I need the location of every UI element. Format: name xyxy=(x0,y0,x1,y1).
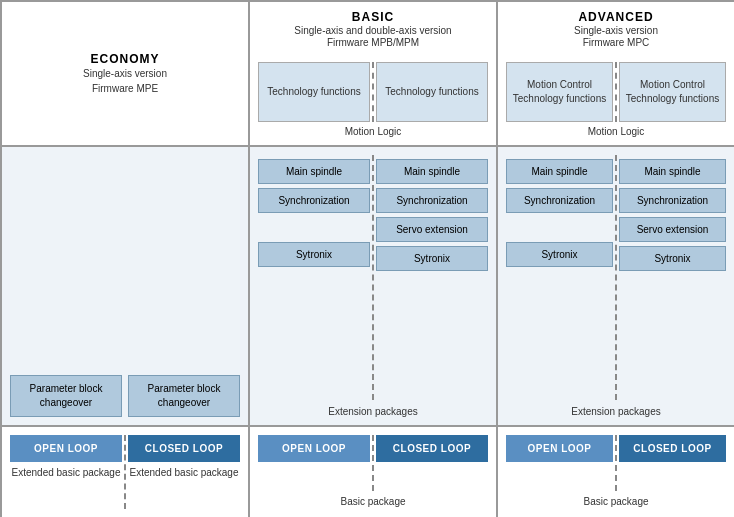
basic-mid: Main spindle Synchronization Servo exten… xyxy=(249,146,497,426)
economy-bottom-cols: OPEN LOOP Extended basic package CLOSED … xyxy=(10,435,240,509)
advanced-main-spindle-2: Main spindle xyxy=(619,159,726,184)
economy-param-col-2: Parameter block changeover xyxy=(128,375,240,417)
basic-main-spindle-2: Main spindle xyxy=(376,159,488,184)
economy-open-pkg: Extended basic package xyxy=(12,466,121,480)
advanced-bottom-cols: OPEN LOOP CLOSED LOOP xyxy=(506,435,726,491)
economy-header: ECONOMY Single-axis version Firmware MPE xyxy=(1,1,249,146)
economy-closed-col: CLOSED LOOP Extended basic package xyxy=(128,435,240,509)
advanced-motion-logic: Motion Logic xyxy=(588,126,645,137)
advanced-main-spindle-1: Main spindle xyxy=(506,159,613,184)
advanced-open-col: OPEN LOOP xyxy=(506,435,613,491)
economy-open-col: OPEN LOOP Extended basic package xyxy=(10,435,122,509)
basic-servo: Servo extension xyxy=(376,217,488,242)
advanced-subtitle: Single-axis version Firmware MPC xyxy=(574,25,658,48)
advanced-title: ADVANCED xyxy=(578,10,653,24)
economy-param-box-1: Parameter block changeover xyxy=(10,375,122,417)
basic-title: BASIC xyxy=(352,10,394,24)
main-grid: ECONOMY Single-axis version Firmware MPE… xyxy=(0,0,734,517)
basic-bottom-dashed xyxy=(372,435,374,491)
basic-mid-dashed xyxy=(372,155,374,400)
advanced-tech-box-1: Motion Control Technology functions xyxy=(506,62,613,122)
basic-ext-packages: Extension packages xyxy=(328,406,418,417)
economy-mid: Parameter block changeover Parameter blo… xyxy=(1,146,249,426)
economy-open-loop: OPEN LOOP xyxy=(10,435,122,462)
basic-mid-col-1: Main spindle Synchronization Servo exten… xyxy=(258,159,370,400)
economy-subtitle: Single-axis version Firmware MPE xyxy=(83,66,167,96)
basic-header: BASIC Single-axis and double-axis versio… xyxy=(249,1,497,146)
economy-title: ECONOMY xyxy=(90,52,159,66)
advanced-sytronix-2: Sytronix xyxy=(619,246,726,271)
basic-pkg-label: Basic package xyxy=(340,495,405,509)
advanced-header: ADVANCED Single-axis version Firmware MP… xyxy=(497,1,734,146)
basic-bottom-cols: OPEN LOOP CLOSED LOOP xyxy=(258,435,488,491)
advanced-sync-1: Synchronization xyxy=(506,188,613,213)
basic-dashed-divider xyxy=(372,62,374,122)
advanced-dashed-divider xyxy=(615,62,617,122)
advanced-mid-inner: Main spindle Synchronization Servo exten… xyxy=(506,155,726,400)
advanced-open-loop: OPEN LOOP xyxy=(506,435,613,462)
economy-closed-loop: CLOSED LOOP xyxy=(128,435,240,462)
advanced-top-text: ADVANCED Single-axis version Firmware MP… xyxy=(574,10,658,48)
economy-closed-pkg: Extended basic package xyxy=(130,466,239,480)
advanced-ext-packages: Extension packages xyxy=(571,406,661,417)
basic-sync-2: Synchronization xyxy=(376,188,488,213)
advanced-closed-loop: CLOSED LOOP xyxy=(619,435,726,462)
advanced-mid: Main spindle Synchronization Servo exten… xyxy=(497,146,734,426)
advanced-sytronix-1: Sytronix xyxy=(506,242,613,267)
basic-sytronix-1: Sytronix xyxy=(258,242,370,267)
advanced-mid-dashed xyxy=(615,155,617,400)
basic-top-text: BASIC Single-axis and double-axis versio… xyxy=(294,10,451,48)
advanced-closed-col: CLOSED LOOP xyxy=(619,435,726,491)
basic-mid-col-2: Main spindle Synchronization Servo exten… xyxy=(376,159,488,400)
basic-open-loop: OPEN LOOP xyxy=(258,435,370,462)
advanced-servo: Servo extension xyxy=(619,217,726,242)
basic-tech-box-1: Technology functions xyxy=(258,62,370,122)
economy-mid-inner: Parameter block changeover Parameter blo… xyxy=(10,375,240,417)
basic-open-col: OPEN LOOP xyxy=(258,435,370,491)
basic-motion-logic: Motion Logic xyxy=(345,126,402,137)
basic-tech-boxes: Technology functions Technology function… xyxy=(258,62,488,122)
economy-bottom-dashed xyxy=(124,435,126,509)
basic-subtitle: Single-axis and double-axis version Firm… xyxy=(294,25,451,48)
basic-mid-inner: Main spindle Synchronization Servo exten… xyxy=(258,155,488,400)
basic-sytronix-2: Sytronix xyxy=(376,246,488,271)
economy-param-box-2: Parameter block changeover xyxy=(128,375,240,417)
advanced-bottom-dashed xyxy=(615,435,617,491)
basic-closed-loop: CLOSED LOOP xyxy=(376,435,488,462)
economy-bottom: OPEN LOOP Extended basic package CLOSED … xyxy=(1,426,249,517)
advanced-sync-2: Synchronization xyxy=(619,188,726,213)
advanced-mid-col-2: Main spindle Synchronization Servo exten… xyxy=(619,159,726,400)
advanced-tech-boxes: Motion Control Technology functions Moti… xyxy=(506,62,726,122)
basic-bottom: OPEN LOOP CLOSED LOOP Basic package xyxy=(249,426,497,517)
economy-param-col-1: Parameter block changeover xyxy=(10,375,122,417)
advanced-pkg-label: Basic package xyxy=(583,495,648,509)
basic-sync-1: Synchronization xyxy=(258,188,370,213)
advanced-mid-col-1: Main spindle Synchronization Servo exten… xyxy=(506,159,613,400)
basic-main-spindle-1: Main spindle xyxy=(258,159,370,184)
basic-closed-col: CLOSED LOOP xyxy=(376,435,488,491)
advanced-tech-box-2: Motion Control Technology functions xyxy=(619,62,726,122)
basic-tech-box-2: Technology functions xyxy=(376,62,488,122)
advanced-bottom: OPEN LOOP CLOSED LOOP Basic package xyxy=(497,426,734,517)
